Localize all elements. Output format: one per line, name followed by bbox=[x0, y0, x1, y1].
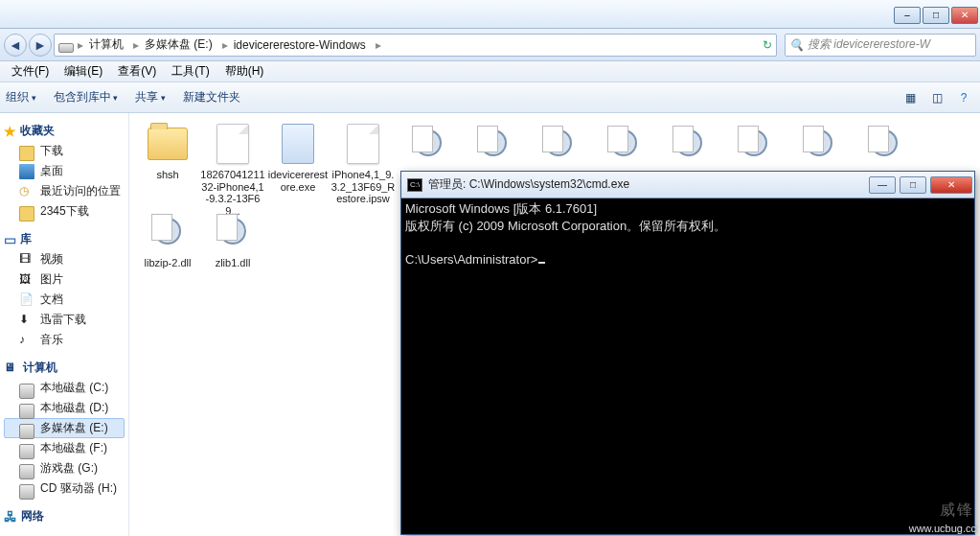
search-input[interactable]: 🔍 搜索 idevicererestore-W bbox=[785, 34, 976, 57]
document-icon: 📄 bbox=[19, 292, 34, 308]
computer-icon bbox=[58, 43, 74, 53]
sidebar-item-drive[interactable]: 本地磁盘 (F:) bbox=[4, 438, 125, 458]
video-icon: 🎞 bbox=[19, 252, 34, 268]
cmd-maximize-button[interactable]: □ bbox=[900, 176, 926, 194]
file-label: libzip-2.dll bbox=[135, 257, 200, 269]
folder-icon bbox=[148, 128, 188, 160]
file-item[interactable]: idevicererestore.exe bbox=[265, 123, 330, 207]
chevron-right-icon: ▸ bbox=[222, 38, 228, 52]
download-icon: ⬇ bbox=[19, 313, 34, 328]
refresh-icon[interactable]: ↻ bbox=[763, 38, 772, 52]
sidebar-item-drive[interactable]: 多媒体盘 (E:) bbox=[4, 418, 125, 438]
computer-header[interactable]: 🖥计算机 bbox=[4, 360, 125, 376]
drive-icon bbox=[19, 424, 34, 439]
recent-icon: ◷ bbox=[19, 184, 34, 199]
preview-pane-icon[interactable]: ◫ bbox=[926, 87, 947, 108]
drive-icon bbox=[19, 404, 34, 419]
watermark-brand: 威锋 bbox=[940, 501, 974, 521]
breadcrumb[interactable]: 计算机 bbox=[87, 36, 129, 53]
menu-help[interactable]: 帮助(H) bbox=[217, 61, 272, 82]
sidebar-item-documents[interactable]: 📄文档 bbox=[4, 290, 125, 310]
cmd-title-text: 管理员: C:\Windows\system32\cmd.exe bbox=[428, 176, 629, 193]
cmd-icon: C:\ bbox=[407, 178, 422, 192]
watermark-site: www.ucbug.cc bbox=[909, 523, 976, 534]
drive-icon bbox=[19, 444, 34, 459]
library-icon: ▭ bbox=[4, 232, 16, 247]
sidebar-item-drive[interactable]: CD 驱动器 (H:) bbox=[4, 478, 125, 499]
maximize-button[interactable]: □ bbox=[923, 7, 949, 24]
sidebar-item-desktop[interactable]: 桌面 bbox=[4, 161, 125, 181]
network-header[interactable]: 🖧网络 bbox=[4, 508, 125, 524]
sidebar: ★收藏夹 下载 桌面 ◷最近访问的位置 2345下载 ▭库 🎞视频 🖼图片 📄文… bbox=[0, 113, 129, 536]
libraries-header[interactable]: ▭库 bbox=[4, 231, 125, 247]
dll-icon bbox=[410, 126, 446, 162]
include-in-library-button[interactable]: 包含到库中 bbox=[54, 89, 119, 105]
forward-button[interactable]: ► bbox=[29, 34, 52, 57]
cmd-window[interactable]: C:\ 管理员: C:\Windows\system32\cmd.exe — □… bbox=[400, 171, 975, 535]
file-icon bbox=[217, 124, 249, 164]
drive-icon bbox=[19, 464, 34, 479]
star-icon: ★ bbox=[4, 124, 16, 139]
help-icon[interactable]: ? bbox=[953, 87, 974, 108]
file-item[interactable]: libzip-2.dll bbox=[135, 211, 200, 295]
sidebar-item-downloads[interactable]: 下载 bbox=[4, 141, 125, 161]
breadcrumb[interactable]: idevicererestore-Windows bbox=[232, 38, 372, 52]
file-label: idevicererestore.exe bbox=[265, 169, 330, 193]
sidebar-item-videos[interactable]: 🎞视频 bbox=[4, 249, 125, 269]
drive-icon bbox=[19, 384, 34, 399]
cmd-close-button[interactable]: ✕ bbox=[930, 176, 972, 194]
view-options-icon[interactable]: ▦ bbox=[900, 87, 921, 108]
file-item[interactable]: zlib1.dll bbox=[200, 211, 265, 295]
sidebar-item-recent[interactable]: ◷最近访问的位置 bbox=[4, 181, 125, 201]
cmd-minimize-button[interactable]: — bbox=[869, 176, 896, 194]
dll-icon bbox=[605, 126, 642, 162]
cmd-output[interactable]: Microsoft Windows [版本 6.1.7601] 版权所有 (c)… bbox=[401, 198, 974, 534]
exe-icon bbox=[282, 124, 314, 164]
dll-icon bbox=[475, 126, 512, 162]
file-item[interactable]: iPhone4,1_9.3.2_13F69_Restore.ipsw bbox=[330, 123, 396, 207]
sidebar-item-2345[interactable]: 2345下载 bbox=[4, 201, 125, 221]
desktop-icon bbox=[19, 164, 34, 179]
file-item[interactable]: shsh bbox=[135, 123, 200, 207]
explorer-titlebar: – □ ✕ bbox=[0, 0, 980, 29]
file-label: zlib1.dll bbox=[200, 257, 265, 269]
sidebar-item-drive[interactable]: 本地磁盘 (D:) bbox=[4, 398, 125, 418]
cmd-titlebar[interactable]: C:\ 管理员: C:\Windows\system32\cmd.exe — □… bbox=[401, 172, 974, 198]
search-placeholder: 搜索 idevicererestore-W bbox=[808, 36, 930, 53]
music-icon: ♪ bbox=[19, 333, 34, 348]
sidebar-item-pictures[interactable]: 🖼图片 bbox=[4, 269, 125, 290]
sidebar-item-drive[interactable]: 游戏盘 (G:) bbox=[4, 458, 125, 478]
file-icon bbox=[347, 124, 379, 164]
drive-icon bbox=[19, 484, 34, 500]
dll-icon bbox=[736, 126, 772, 162]
dll-icon bbox=[149, 214, 186, 250]
chevron-right-icon: ▸ bbox=[78, 38, 83, 52]
menu-edit[interactable]: 编辑(E) bbox=[57, 61, 110, 82]
folder-icon bbox=[19, 146, 34, 161]
favorites-header[interactable]: ★收藏夹 bbox=[4, 123, 125, 139]
minimize-button[interactable]: – bbox=[894, 7, 921, 24]
sidebar-item-thunder[interactable]: ⬇迅雷下载 bbox=[4, 310, 125, 330]
back-button[interactable]: ◄ bbox=[4, 34, 27, 57]
sidebar-item-music[interactable]: ♪音乐 bbox=[4, 330, 125, 350]
menu-view[interactable]: 查看(V) bbox=[110, 61, 164, 82]
breadcrumb[interactable]: 多媒体盘 (E:) bbox=[143, 36, 218, 53]
organize-button[interactable]: 组织 bbox=[6, 89, 36, 105]
dll-icon bbox=[671, 126, 707, 162]
sidebar-item-drive[interactable]: 本地磁盘 (C:) bbox=[4, 378, 125, 398]
file-label: 1826704121132-iPhone4,1-9.3.2-13F69... bbox=[200, 169, 265, 218]
menu-tools[interactable]: 工具(T) bbox=[164, 61, 217, 82]
search-icon: 🔍 bbox=[789, 38, 804, 52]
address-bar[interactable]: ▸ 计算机 ▸ 多媒体盘 (E:) ▸ idevicererestore-Win… bbox=[54, 34, 777, 57]
toolbar: 组织 包含到库中 共享 新建文件夹 ▦ ◫ ? bbox=[0, 82, 980, 113]
file-item[interactable]: 1826704121132-iPhone4,1-9.3.2-13F69... bbox=[200, 123, 265, 207]
picture-icon: 🖼 bbox=[19, 272, 34, 288]
chevron-right-icon: ▸ bbox=[376, 38, 381, 52]
new-folder-button[interactable]: 新建文件夹 bbox=[183, 89, 240, 105]
close-button[interactable]: ✕ bbox=[951, 7, 978, 24]
menu-bar: 文件(F) 编辑(E) 查看(V) 工具(T) 帮助(H) bbox=[0, 61, 980, 82]
share-button[interactable]: 共享 bbox=[135, 89, 166, 105]
menu-file[interactable]: 文件(F) bbox=[4, 61, 57, 82]
computer-icon: 🖥 bbox=[4, 361, 19, 376]
dll-icon bbox=[540, 126, 577, 162]
